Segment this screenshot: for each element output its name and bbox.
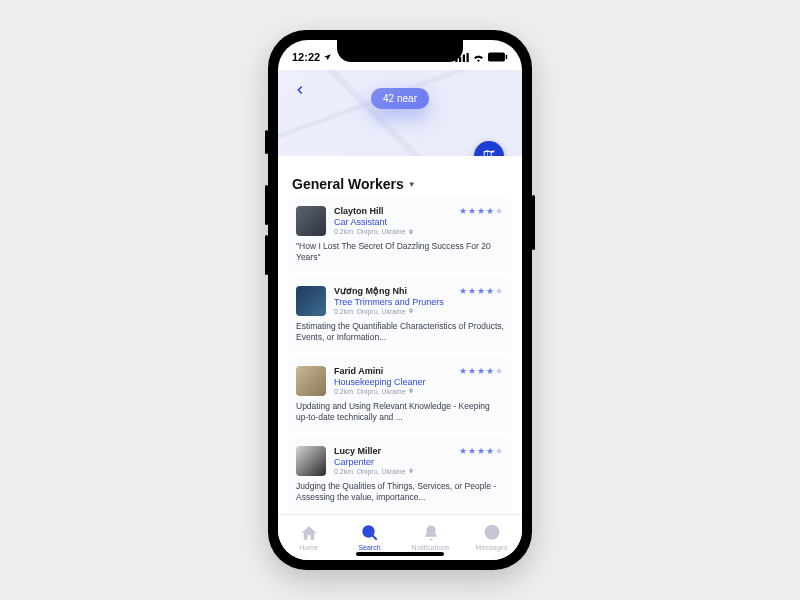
worker-card[interactable]: Lucy Miller★★★★★Carpenter0.2km Dnipro, U…	[288, 438, 512, 512]
tab-label: Messages	[476, 544, 508, 551]
search-icon	[361, 524, 379, 542]
svg-rect-3	[467, 53, 469, 62]
worker-name: Farid Amini	[334, 366, 383, 376]
messages-icon	[483, 524, 501, 542]
home-icon	[300, 524, 318, 542]
worker-card[interactable]: Clayton Hill★★★★★Car Assistant0.2km Dnip…	[288, 198, 512, 272]
map-area[interactable]: 42 near	[278, 70, 522, 156]
svg-rect-2	[463, 54, 465, 62]
pin-icon	[408, 229, 414, 235]
svg-point-11	[494, 532, 496, 534]
tab-label: Search	[358, 544, 380, 551]
avatar	[296, 286, 326, 316]
status-time: 12:22	[292, 51, 320, 63]
category-title: General Workers	[292, 176, 404, 192]
worker-occupation[interactable]: Carpenter	[334, 457, 504, 467]
avatar	[296, 366, 326, 396]
battery-icon	[488, 52, 508, 62]
worker-occupation[interactable]: Housekeeping Cleaner	[334, 377, 504, 387]
bell-icon	[422, 524, 440, 542]
worker-list[interactable]: Clayton Hill★★★★★Car Assistant0.2km Dnip…	[278, 198, 522, 514]
chevron-down-icon: ▼	[408, 180, 416, 189]
rating-stars: ★★★★★	[459, 366, 504, 376]
svg-rect-5	[506, 55, 508, 60]
tab-messages[interactable]: Messages	[461, 515, 522, 560]
tab-label: Home	[299, 544, 318, 551]
rating-stars: ★★★★★	[459, 446, 504, 456]
svg-point-6	[363, 526, 374, 537]
worker-location: 0.2km Dnipro, Ukraine	[334, 228, 504, 235]
worker-name: Clayton Hill	[334, 206, 384, 216]
tab-home[interactable]: Home	[278, 515, 339, 560]
worker-occupation[interactable]: Car Assistant	[334, 217, 504, 227]
worker-location: 0.2km Dnipro, Ukraine	[334, 388, 504, 395]
map-toggle-button[interactable]	[474, 141, 504, 156]
pin-icon	[408, 308, 414, 314]
screen: 12:22 42 near General Workers ▼ Clayton …	[278, 40, 522, 560]
notch	[337, 40, 463, 62]
worker-description: Estimating the Quantifiable Characterist…	[296, 321, 504, 344]
worker-name: Vương Mộng Nhi	[334, 286, 407, 296]
worker-location: 0.2km Dnipro, Ukraine	[334, 308, 504, 315]
worker-description: Judging the Qualities of Things, Service…	[296, 481, 504, 504]
near-badge[interactable]: 42 near	[371, 88, 429, 109]
category-header[interactable]: General Workers ▼	[278, 156, 522, 198]
worker-card[interactable]: Farid Amini★★★★★Housekeeping Cleaner0.2k…	[288, 358, 512, 432]
tab-label: Notifications	[411, 544, 449, 551]
pin-icon	[408, 468, 414, 474]
worker-occupation[interactable]: Tree Trimmers and Pruners	[334, 297, 504, 307]
wifi-icon	[472, 53, 485, 62]
rating-stars: ★★★★★	[459, 206, 504, 216]
map-icon	[482, 149, 496, 156]
avatar	[296, 206, 326, 236]
worker-card[interactable]: Vương Mộng Nhi★★★★★Tree Trimmers and Pru…	[288, 278, 512, 352]
pin-icon	[408, 388, 414, 394]
svg-point-10	[491, 532, 493, 534]
worker-description: "How I Lost The Secret Of Dazzling Succe…	[296, 241, 504, 264]
home-indicator[interactable]	[356, 552, 444, 556]
worker-location: 0.2km Dnipro, Ukraine	[334, 468, 504, 475]
svg-rect-4	[488, 52, 505, 61]
location-arrow-icon	[323, 53, 332, 62]
chevron-left-icon	[293, 83, 307, 97]
phone-mockup: 12:22 42 near General Workers ▼ Clayton …	[268, 30, 532, 570]
rating-stars: ★★★★★	[459, 286, 504, 296]
worker-description: Updating and Using Relevant Knowledge - …	[296, 401, 504, 424]
worker-name: Lucy Miller	[334, 446, 381, 456]
avatar	[296, 446, 326, 476]
svg-line-7	[372, 535, 377, 540]
back-button[interactable]	[288, 78, 312, 102]
svg-point-9	[488, 532, 490, 534]
